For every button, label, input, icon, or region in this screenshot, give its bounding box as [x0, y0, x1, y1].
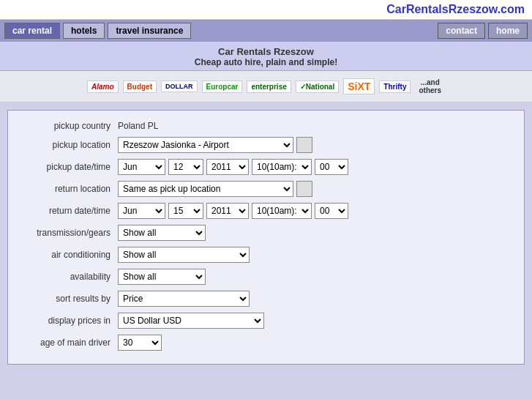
prices-control: US Dollar USD Euro EUR GBP	[118, 313, 517, 329]
return-hour-select[interactable]: 8(8am):9(9am):10(10am):11(11am):	[252, 203, 312, 219]
tab-home[interactable]: home	[488, 23, 528, 39]
pickup-hour-select[interactable]: 8(8am):9(9am):10(10am):11(11am):	[252, 159, 312, 175]
transmission-select[interactable]: Show all Automatic Manual	[118, 225, 206, 241]
site-title-bar: CarRentalsRzeszow.com	[0, 0, 532, 20]
brand-europcar: Europcar	[202, 81, 243, 93]
sort-label: sort results by	[15, 294, 118, 304]
site-title: CarRentalsRzeszow.com	[386, 3, 525, 15]
header-subtitle: Cheap auto hire, plain and simple!	[0, 57, 532, 67]
transmission-row: transmission/gears Show all Automatic Ma…	[15, 225, 517, 241]
return-location-select[interactable]: Same as pick up location	[118, 181, 293, 197]
pickup-datetime-row: pickup date/time JanFebMarAprMayJunJulAu…	[15, 159, 517, 175]
transmission-label: transmission/gears	[15, 228, 118, 238]
prices-row: display prices in US Dollar USD Euro EUR…	[15, 313, 517, 329]
return-year-select[interactable]: 201120122013	[206, 203, 249, 219]
pickup-month-select[interactable]: JanFebMarAprMayJunJulAugSepOctNovDec	[118, 159, 165, 175]
brand-alamo: Alamo	[87, 81, 119, 93]
availability-select[interactable]: Show all Available On Request	[118, 269, 206, 285]
brand-enterprise: enterprise	[247, 81, 291, 93]
pickup-country-control: Poland PL	[118, 121, 517, 131]
transmission-control: Show all Automatic Manual	[118, 225, 517, 241]
pickup-min-select[interactable]: 00153045	[315, 159, 348, 175]
pickup-datetime-label: pickup date/time	[15, 162, 118, 172]
prices-label: display prices in	[15, 316, 118, 326]
pickup-location-label: pickup location	[15, 140, 118, 150]
pickup-location-control: Rzeszow Jasionka - Airport	[118, 137, 517, 153]
sort-select[interactable]: Price Car Type Supplier	[118, 291, 250, 307]
return-day-select[interactable]: 123456789101112131415	[168, 203, 203, 219]
return-datetime-row: return date/time JanFebMarAprMayJunJulAu…	[15, 203, 517, 219]
return-location-label: return location	[15, 184, 118, 194]
search-form: pickup country Poland PL pickup location…	[7, 110, 525, 365]
ac-label: air conditioning	[15, 250, 118, 260]
tab-travel-insurance[interactable]: travel insurance	[108, 23, 191, 39]
ac-control: Show all Yes No	[118, 247, 517, 263]
pickup-day-select[interactable]: 123456789101112131415	[168, 159, 203, 175]
return-datetime-label: return date/time	[15, 206, 118, 216]
pickup-location-color-btn[interactable]	[296, 137, 312, 153]
nav-left: car rental hotels travel insurance	[4, 23, 191, 39]
availability-control: Show all Available On Request	[118, 269, 517, 285]
pickup-country-value: Poland PL	[118, 121, 158, 131]
brand-thrifty: Thrifty	[379, 81, 411, 93]
return-month-select[interactable]: JanFebMarAprMayJunJulAugSepOctNovDec	[118, 203, 165, 219]
tab-hotels[interactable]: hotels	[63, 23, 105, 39]
tab-contact[interactable]: contact	[438, 23, 485, 39]
return-location-row: return location Same as pick up location	[15, 181, 517, 197]
return-datetime-control: JanFebMarAprMayJunJulAugSepOctNovDec 123…	[118, 203, 517, 219]
navigation: car rental hotels travel insurance conta…	[0, 20, 532, 42]
pickup-country-row: pickup country Poland PL	[15, 121, 517, 131]
brand-national: ✓National	[296, 81, 339, 93]
pickup-datetime-control: JanFebMarAprMayJunJulAugSepOctNovDec 123…	[118, 159, 517, 175]
pickup-country-label: pickup country	[15, 121, 118, 131]
age-row: age of main driver 252627282930313235404…	[15, 335, 517, 351]
prices-select[interactable]: US Dollar USD Euro EUR GBP	[118, 313, 264, 329]
pickup-year-select[interactable]: 201120122013	[206, 159, 249, 175]
ac-row: air conditioning Show all Yes No	[15, 247, 517, 263]
age-control: 2526272829303132354045	[118, 335, 517, 351]
age-select[interactable]: 2526272829303132354045	[118, 335, 162, 351]
return-location-color-btn[interactable]	[296, 181, 312, 197]
tab-car-rental[interactable]: car rental	[4, 23, 60, 39]
brand-sixt: SiXT	[343, 78, 375, 94]
brand-dollar: DOLLAR	[161, 81, 198, 92]
availability-row: availability Show all Available On Reque…	[15, 269, 517, 285]
brand-others: ...andothers	[415, 77, 445, 96]
sort-control: Price Car Type Supplier	[118, 291, 517, 307]
age-label: age of main driver	[15, 338, 118, 348]
return-location-control: Same as pick up location	[118, 181, 517, 197]
availability-label: availability	[15, 272, 118, 282]
pickup-location-select[interactable]: Rzeszow Jasionka - Airport	[118, 137, 293, 153]
brand-logos: Alamo Budget DOLLAR Europcar enterprise …	[0, 71, 532, 102]
pickup-location-row: pickup location Rzeszow Jasionka - Airpo…	[15, 137, 517, 153]
header-title: Car Rentals Rzeszow	[0, 46, 532, 57]
brand-budget: Budget	[123, 81, 157, 93]
page-header: Car Rentals Rzeszow Cheap auto hire, pla…	[0, 42, 532, 71]
nav-right: contact home	[438, 23, 528, 39]
sort-row: sort results by Price Car Type Supplier	[15, 291, 517, 307]
ac-select[interactable]: Show all Yes No	[118, 247, 250, 263]
return-min-select[interactable]: 00153045	[315, 203, 348, 219]
